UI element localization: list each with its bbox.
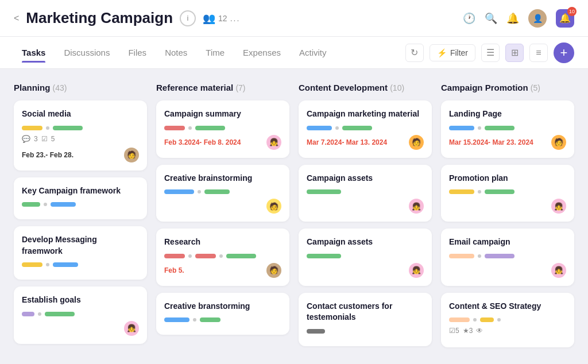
members-count: 12 [218,14,227,23]
card-title: Key Campaign framework [22,185,139,197]
members-badge[interactable]: 👥 12 ... [203,12,240,25]
card-email-campaign[interactable]: Email campaign 👧 [441,229,574,286]
task-icon: ☑ [41,135,48,143]
card-tags [307,189,424,194]
search-icon[interactable]: 🔍 [485,12,497,25]
card-social-media[interactable]: Social media 💬 3 ☑ 5 Feb 23.- Feb 28. 🧑 [14,100,147,171]
card-avatar: 👧 [409,199,424,214]
info-icon-button[interactable]: i [180,10,196,26]
card-footer: Feb 3.2024- Feb 8. 2024 👧 [164,135,281,150]
card-tags [164,126,281,130]
card-key-campaign-framework[interactable]: Key Campaign framework [14,177,147,220]
card-develop-messaging[interactable]: Develop Messaging fraemwork [14,226,147,280]
back-button[interactable]: < [14,13,19,24]
card-avatar: 👧 [124,321,139,336]
card-title: Research [164,237,281,248]
card-campaign-summary[interactable]: Campaign summary Feb 3.2024- Feb 8. 2024… [156,100,289,158]
card-footer: Mar 15.2024- Mar 23. 2024 🧑 [449,135,566,150]
card-avatar: 🧑 [266,263,281,278]
card-title: Develop Messaging fraemwork [22,234,139,257]
card-creative-brainstorming[interactable]: Creative brainstorming 🧑 [156,165,289,222]
tag-dot [38,312,41,316]
notif-count: 10 [567,7,577,16]
notification-badge: 🔔 10 [556,9,574,28]
add-task-button[interactable]: + [554,42,574,63]
tab-activity[interactable]: Activity [291,43,335,62]
card-avatar: 🧑 [551,135,566,150]
tag-green [200,317,220,322]
card-tags [22,126,139,130]
tag-green [53,126,83,130]
card-content-seo-strategy[interactable]: Content & SEO Strategy ☑5 ★3 👁 [441,293,574,348]
card-campaign-assets-2[interactable]: Campaign assets 👧 [299,229,432,286]
column-promotion-header: Campaign Promotion (5) [441,83,574,92]
bell-icon[interactable]: 🔔 [506,12,519,25]
card-establish-goals[interactable]: Establish goals 👧 [14,286,147,344]
tab-bar: Tasks Discussions Files Notes Time Expen… [0,37,588,69]
card-promotion-plan[interactable]: Promotion plan 👧 [441,165,574,222]
tab-time[interactable]: Time [198,43,233,62]
card-footer: 👧 [449,263,566,278]
column-campaign-promotion: Campaign Promotion (5) Landing Page Mar … [441,83,574,354]
card-footer: 👧 [22,321,139,336]
card-creative-branstorming[interactable]: Creative branstorming [156,293,289,335]
tag-yellow [449,189,474,194]
top-bar-left: < Marketing Campaign i 👥 12 ... [14,9,240,27]
clock-icon[interactable]: 🕐 [463,12,475,25]
grid-view-icon[interactable]: ⊞ [505,44,524,62]
card-footer: 🧑 [164,199,281,214]
card-contact-customers[interactable]: Contact customers for testemonials [299,293,432,346]
tag-green [485,126,514,130]
card-avatar: 🧑 [409,135,424,150]
list-view-icon[interactable]: ☰ [481,44,500,62]
card-research[interactable]: Research Feb 5. 🧑 [156,229,289,286]
tab-notes[interactable]: Notes [157,43,195,62]
refresh-icon[interactable]: ↻ [405,44,424,62]
tab-expenses[interactable]: Expenses [235,43,289,62]
card-date: Feb 5. [164,266,184,274]
card-footer: 👧 [307,199,424,214]
tag-green [226,254,256,258]
column-content-header: Content Development (10) [299,83,432,92]
column-planning-header: Planning (43) [14,83,147,92]
card-date: Mar 7.2024- Mar 13. 2024 [307,138,387,146]
card-footer: Feb 23.- Feb 28. 🧑 [22,148,139,162]
card-title: Promotion plan [449,173,566,184]
column-reference-header: Reference material (7) [156,83,289,92]
tag-blue [164,317,189,322]
tag-dot [478,254,481,258]
tag-green [22,202,40,207]
tag-peach [449,254,474,258]
column-planning: Planning (43) Social media 💬 3 ☑ 5 Feb 2… [14,83,147,354]
card-title: Social media [22,109,139,120]
tag-dot [46,263,49,266]
tag-dot [473,318,477,322]
card-avatar: 🧑 [124,148,139,162]
page-title: Marketing Campaign [26,9,173,27]
card-date: Mar 15.2024- Mar 23. 2024 [449,138,533,146]
card-campaign-assets-1[interactable]: Campaign assets 👧 [299,165,432,222]
card-title: Establish goals [22,295,139,306]
card-date: Feb 23.- Feb 28. [22,151,74,159]
more-options[interactable]: ... [230,14,241,23]
card-title: Campaign assets [307,237,424,248]
filter-button[interactable]: ⚡ Filter [430,44,475,61]
card-tags [449,317,566,322]
tag-yellow [22,126,42,130]
card-tags [22,262,139,267]
tab-discussions[interactable]: Discussions [56,43,118,62]
tag-green [307,189,341,194]
tab-files[interactable]: Files [120,43,154,62]
tag-green [195,126,225,130]
avatar[interactable]: 👤 [528,9,547,28]
tag-green [342,126,372,130]
card-campaign-marketing-material[interactable]: Campaign marketing material Mar 7.2024- … [299,100,432,158]
tag-dot [198,190,201,193]
tag-purple [485,254,514,258]
card-tags [449,126,566,130]
compact-view-icon[interactable]: ≡ [529,44,548,62]
tab-actions: ↻ ⚡ Filter ☰ ⊞ ≡ + [405,42,574,63]
card-footer: 👧 [307,263,424,278]
card-landing-page[interactable]: Landing Page Mar 15.2024- Mar 23. 2024 🧑 [441,100,574,158]
tab-tasks[interactable]: Tasks [14,43,53,62]
